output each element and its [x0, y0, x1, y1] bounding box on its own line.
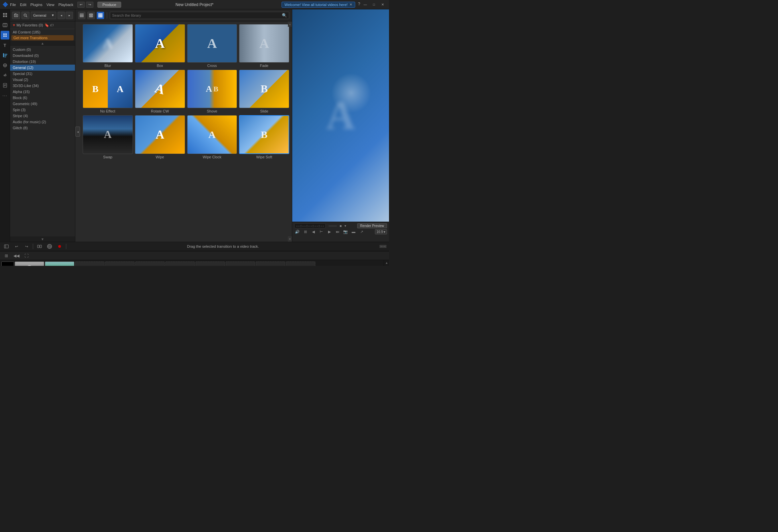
- sidebar-item-audio-fx[interactable]: [1, 71, 9, 80]
- transition-wipeclock[interactable]: A Wipe Clock: [187, 115, 237, 159]
- help-button[interactable]: ?: [358, 2, 360, 8]
- sidebar-item-chapters[interactable]: [1, 81, 9, 90]
- grid-prev-button[interactable]: ◂: [75, 127, 80, 137]
- category-stripe[interactable]: Stripe (4): [10, 113, 75, 119]
- playback-dropdown[interactable]: ▾: [344, 224, 346, 228]
- transition-wipesoft[interactable]: B Wipe Soft: [239, 115, 289, 159]
- category-general[interactable]: General (12): [10, 65, 75, 71]
- grid-scroll-top-button[interactable]: ▲: [288, 21, 292, 27]
- menu-view[interactable]: View: [47, 3, 55, 7]
- category-downloaded[interactable]: Downloaded (0): [10, 53, 75, 59]
- undo-redo-group: ↩ ↪: [77, 2, 93, 8]
- svg-rect-25: [91, 13, 93, 14]
- clip-black[interactable]: 00:03:12:23: [1, 261, 14, 266]
- menu-edit[interactable]: Edit: [20, 3, 26, 7]
- grid-view-button[interactable]: [97, 12, 104, 19]
- list-view-button[interactable]: [78, 12, 85, 19]
- prev-frame-button[interactable]: ◀: [310, 229, 316, 234]
- transition-slide-label: Slide: [260, 109, 268, 113]
- category-custom[interactable]: Custom (0): [10, 47, 75, 53]
- search-input[interactable]: [112, 13, 281, 17]
- panel-scroll-up[interactable]: ▲: [10, 41, 75, 46]
- transition-fade[interactable]: A Fade: [239, 24, 289, 68]
- svg-point-43: [49, 246, 50, 247]
- transition-wipe[interactable]: A Wipe: [135, 115, 185, 159]
- screenshot-button[interactable]: 📷: [342, 229, 348, 234]
- search-panel-button[interactable]: [21, 12, 29, 19]
- external-button[interactable]: ↗: [359, 229, 365, 234]
- undo-timeline-button[interactable]: ↩: [13, 243, 20, 250]
- clip-empty-5: [196, 261, 225, 266]
- maximize-button[interactable]: □: [370, 2, 378, 8]
- library-button[interactable]: [3, 243, 10, 250]
- redo-timeline-button[interactable]: ↪: [23, 243, 30, 250]
- transition-shove[interactable]: A B Shove: [187, 70, 237, 113]
- redo-button[interactable]: ↪: [86, 2, 93, 8]
- close-button[interactable]: ✕: [379, 2, 386, 8]
- sidebar-item-effects[interactable]: [1, 61, 9, 70]
- transition-swap[interactable]: A Swap: [83, 115, 133, 159]
- sidebar-item-active[interactable]: [1, 31, 9, 40]
- transition-cross[interactable]: A Cross: [187, 24, 237, 68]
- category-visual[interactable]: Visual (2): [10, 77, 75, 83]
- category-geometric[interactable]: Geometric (49): [10, 101, 75, 107]
- aspect-ratio-dropdown[interactable]: 16:9 ▾: [375, 229, 387, 234]
- menu-plugins[interactable]: Plugins: [30, 3, 43, 7]
- undo-button[interactable]: ↩: [77, 2, 85, 8]
- welcome-close-button[interactable]: ✕: [349, 3, 352, 6]
- transition-rotatecw[interactable]: A Rotate CW: [135, 70, 185, 113]
- panel-prev-button[interactable]: ◂: [58, 12, 65, 19]
- category-glitch[interactable]: Glitch (8): [10, 125, 75, 131]
- category-special[interactable]: Special (31): [10, 71, 75, 77]
- produce-button[interactable]: Produce: [97, 2, 121, 8]
- category-distortion[interactable]: Distortion (19): [10, 59, 75, 65]
- transition-noeffect[interactable]: B A No Effect: [83, 70, 133, 113]
- playback-slider[interactable]: [328, 225, 337, 227]
- volume-button[interactable]: 🔊: [294, 229, 300, 234]
- timeline-fit-button[interactable]: ⊞: [3, 252, 10, 259]
- minimize-button[interactable]: —: [362, 2, 369, 8]
- record-button[interactable]: [56, 243, 63, 250]
- end-button[interactable]: ⏭: [334, 229, 340, 234]
- category-3d[interactable]: 3D/3D-Like (34): [10, 83, 75, 89]
- category-audio[interactable]: Audio (for music) (2): [10, 119, 75, 125]
- sidebar-item-media[interactable]: [1, 11, 9, 19]
- sidebar-item-special[interactable]: [1, 51, 9, 60]
- category-alpha[interactable]: Alpha (15): [10, 89, 75, 95]
- panel-next-button[interactable]: ▸: [66, 12, 73, 19]
- sidebar-item-more[interactable]: ···: [1, 91, 9, 100]
- all-content-item[interactable]: All Content (185): [10, 29, 75, 35]
- category-block[interactable]: Block (6): [10, 95, 75, 101]
- fade-letter: A: [259, 35, 269, 51]
- timeline-scroll-up-button[interactable]: ▲: [384, 260, 389, 265]
- transition-box[interactable]: A Box: [135, 24, 185, 68]
- add-folder-button[interactable]: [12, 12, 20, 19]
- fullscreen-button[interactable]: ⊞: [302, 229, 308, 234]
- next-frame-button[interactable]: ▶: [326, 229, 332, 234]
- sidebar-item-transitions[interactable]: [1, 21, 9, 29]
- transition-blur[interactable]: A Blur: [83, 24, 133, 68]
- sidebar-item-text[interactable]: T: [1, 41, 9, 50]
- grid-scroll-bottom-button[interactable]: ▼: [288, 236, 292, 242]
- drag-handle[interactable]: [380, 245, 386, 248]
- clip-landscape[interactable]: 00:00:05:00: [45, 261, 74, 266]
- snap-button[interactable]: [36, 243, 43, 250]
- timeline-fullscreen-button[interactable]: ⛶: [23, 252, 30, 259]
- split-button[interactable]: ⊢: [318, 229, 324, 234]
- transition-rotatecw-label: Rotate CW: [151, 109, 169, 113]
- clip-skater[interactable]: 00:00:05:00: [15, 261, 44, 266]
- subtitle-button[interactable]: ▬: [351, 229, 357, 234]
- transition-slide[interactable]: B Slide: [239, 70, 289, 113]
- menu-playback[interactable]: Playback: [58, 3, 73, 7]
- menu-file[interactable]: File: [10, 3, 16, 7]
- category-dropdown[interactable]: General ▾: [31, 12, 56, 19]
- timeline-prev-button[interactable]: ◀◀: [13, 252, 20, 259]
- render-preview-button[interactable]: Render Preview: [357, 223, 387, 228]
- list-view-button-2[interactable]: [87, 12, 95, 19]
- ripple-button[interactable]: [46, 243, 53, 250]
- svg-rect-24: [89, 13, 91, 14]
- get-more-button[interactable]: Get more Transitions: [11, 35, 74, 41]
- panel-scroll-down[interactable]: ▼: [10, 236, 75, 242]
- panel-nav-buttons: ◂ ▸: [58, 12, 73, 19]
- category-spin[interactable]: Spin (3): [10, 107, 75, 113]
